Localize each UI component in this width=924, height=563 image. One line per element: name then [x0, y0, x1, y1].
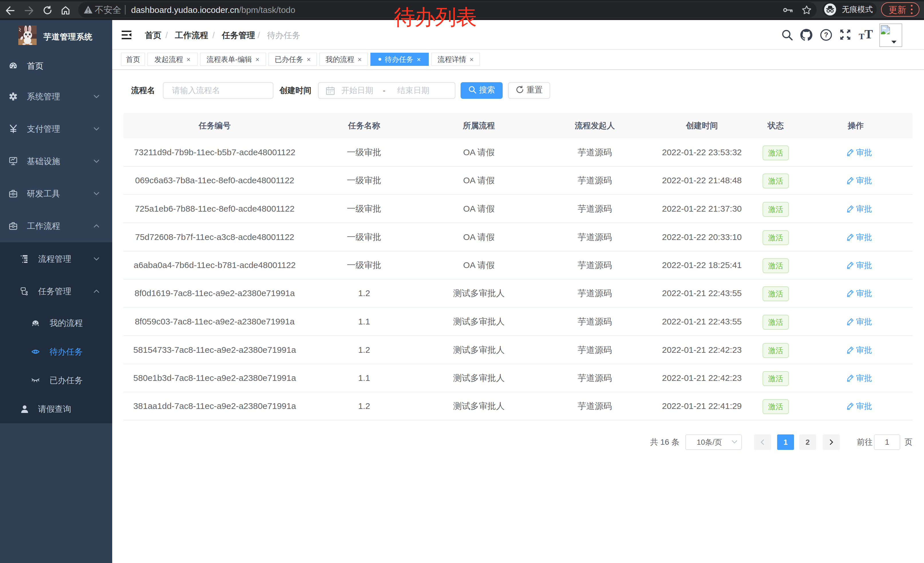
- svg-text:?: ?: [824, 31, 828, 39]
